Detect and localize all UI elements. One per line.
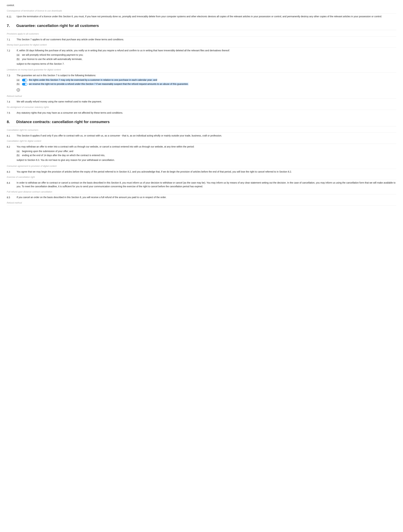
clause-72-sub-a-label: (a): [17, 53, 21, 57]
clause-611-content: Upon the termination of a licence under …: [17, 15, 396, 19]
clause-73a-highlighted: the rights under this Section 7 may only…: [29, 79, 157, 81]
clause-72-sub-b: (b) your licence to use the article will…: [17, 57, 396, 61]
clause-73-content: The guarantee set out in this Section 7 …: [17, 74, 396, 93]
clause-71-row: 7.1 This Section 7 applies to all our cu…: [7, 38, 396, 41]
intro-control: control.: [7, 3, 396, 7]
clause-72-sub-b-label: (b): [17, 57, 21, 61]
clause-72-num: 7.2: [7, 49, 15, 67]
clause-85-content: If you cancel an order on the basis desc…: [17, 195, 396, 199]
section7-header: 7. Guarantee: cancellation right for all…: [7, 23, 396, 30]
clause-85-num: 8.5: [7, 195, 15, 199]
clause-72-content: If, within 30 days following the purchas…: [17, 49, 396, 67]
subsection-moneyback-label: Money-back guarantee for digital content: [7, 43, 396, 48]
section8-title: Distance contracts: cancellation right f…: [16, 119, 110, 125]
section7-number: 7.: [7, 23, 13, 29]
compass-icon-container: [17, 87, 396, 93]
subsection-refund-method-end-label: Refund method: [7, 201, 396, 206]
clause-83-row: 8.3 You agree that we may begin the prov…: [7, 170, 396, 174]
clause-81-num: 8.1: [7, 134, 15, 138]
subsection-limitations-label: Limitations on money-back guarantee for …: [7, 68, 396, 72]
subsection-full-refund-label: Full refund upon distance contract cance…: [7, 190, 396, 195]
clause-73-sub-b-text: we reserve the right not to provide a re…: [22, 82, 189, 86]
clause-81-content: This Section 8 applies if and only if yo…: [17, 134, 396, 138]
clause-73-sub-b-label: (b): [17, 82, 21, 86]
clause-74-num: 7.4: [7, 100, 15, 104]
section8-number: 8.: [7, 119, 13, 125]
clause-72-sub-a: (a) we will promptly refund the correspo…: [17, 53, 396, 57]
clause-71-num: 7.1: [7, 38, 15, 41]
clause-74-row: 7.4 We will usually refund money using t…: [7, 100, 396, 104]
clause-84-content: In order to withdraw an offer to contrac…: [17, 181, 396, 189]
clause-75-num: 7.5: [7, 111, 15, 115]
clause-73b-highlighted: we reserve the right not to provide a re…: [29, 83, 189, 85]
clause-73-sub-b: (b) we reserve the right not to provide …: [17, 82, 396, 86]
toggle-73b[interactable]: [22, 83, 27, 86]
subsection-no-abridgment-label: No abridgment of consumer statutory righ…: [7, 106, 396, 110]
clause-75-content: Any statutory rights that you may have a…: [17, 111, 396, 115]
clause-73-row: 7.3 The guarantee set out in this Sectio…: [7, 74, 396, 93]
subsection-consumer-agreement-label: Consumer agreement to provision of digit…: [7, 165, 396, 169]
clause-72-sub-a-text: we will promptly refund the correspondin…: [22, 53, 83, 57]
clause-72-sub-b-text: your licence to use the article will aut…: [22, 57, 82, 61]
clause-84-row: 8.4 In order to withdraw an offer to con…: [7, 181, 396, 189]
subsection-cancellation-digital-label: Cancellation right for digital content: [7, 139, 396, 144]
clause-72-row: 7.2 If, within 30 days following the pur…: [7, 49, 396, 67]
clause-74-content: We will usually refund money using the s…: [17, 100, 396, 104]
clause-82-content: You may withdraw an offer to enter into …: [17, 145, 396, 163]
clause-82-sub-b-text: ending at the end of 14 days after the d…: [22, 153, 105, 157]
clause-83-content: You agree that we may begin the provisio…: [17, 170, 396, 174]
section8-header: 8. Distance contracts: cancellation righ…: [7, 119, 396, 126]
clause-611-num: 6.11: [7, 15, 15, 19]
clause-82-sub-a-text: beginning upon the submission of your of…: [22, 149, 73, 153]
clause-82-sub-a-label: (a): [17, 149, 21, 153]
subsection-refund-method-label: Refund method: [7, 95, 396, 99]
compass-icon: [17, 88, 20, 92]
clause-73-num: 7.3: [7, 74, 15, 93]
clause-85-row: 8.5 If you cancel an order on the basis …: [7, 195, 396, 199]
clause-81-row: 8.1 This Section 8 applies if and only i…: [7, 134, 396, 138]
clause-73-sub-a-text: the rights under this Section 7 may only…: [22, 78, 157, 82]
clause-82-row: 8.2 You may withdraw an offer to enter i…: [7, 145, 396, 163]
section7-title: Guarantee: cancellation right for all cu…: [16, 23, 99, 29]
subsection-provisions-label: Provisions apply to all customers: [7, 32, 396, 37]
clause-84-num: 8.4: [7, 181, 15, 189]
clause-82-sub-b-label: (b): [17, 153, 21, 157]
clause-73-sub-a-label: (a): [17, 78, 21, 82]
clause-83-num: 8.3: [7, 170, 15, 174]
clause-75-row: 7.5 Any statutory rights that you may ha…: [7, 111, 396, 115]
clause-82-sub-a: (a) beginning upon the submission of you…: [17, 149, 396, 153]
subsection-611-label: Consequence of termination of licence to…: [7, 9, 396, 13]
subsection-cancellation-right-consumers-label: Cancellation right for consumers: [7, 128, 396, 133]
clause-611-row: 6.11 Upon the termination of a licence u…: [7, 15, 396, 19]
clause-82-sub-b: (b) ending at the end of 14 days after t…: [17, 153, 396, 157]
toggle-73a[interactable]: [22, 79, 27, 82]
clause-73-sub-a: (a) the rights under this Section 7 may …: [17, 78, 396, 82]
clause-82-num: 8.2: [7, 145, 15, 163]
subsection-exercise-cancellation-label: Exercise of cancellation right: [7, 175, 396, 180]
clause-71-content: This Section 7 applies to all our custom…: [17, 38, 396, 41]
